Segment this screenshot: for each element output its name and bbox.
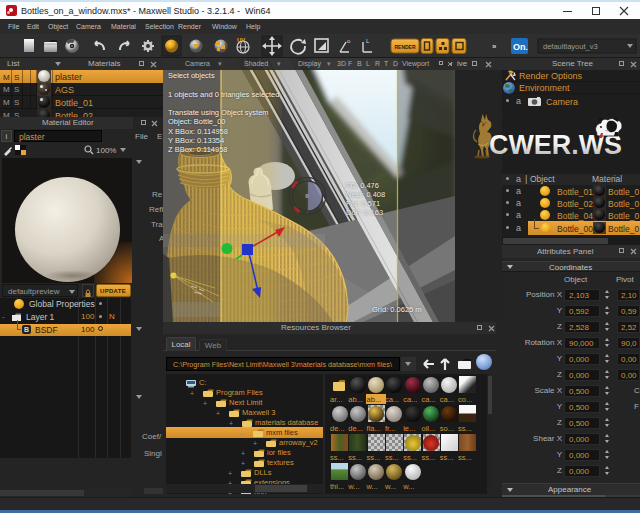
svg-text:RENDER: RENDER: [395, 44, 416, 50]
svg-text:UV: UV: [237, 37, 245, 43]
svg-text:o: o: [347, 38, 351, 44]
svg-text:L: L: [366, 38, 370, 44]
svg-text:»: »: [492, 42, 497, 51]
svg-text:defaultlayout_v3: defaultlayout_v3: [543, 42, 598, 51]
svg-text:On.: On.: [513, 42, 528, 52]
